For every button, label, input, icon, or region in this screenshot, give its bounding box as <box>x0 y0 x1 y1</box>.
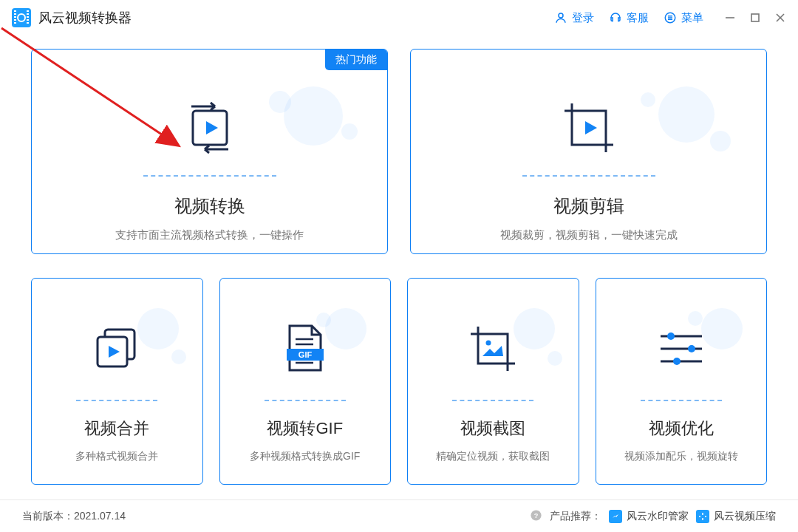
card-desc: 多种视频格式转换成GIF <box>250 450 360 463</box>
svg-marker-11 <box>585 121 597 134</box>
svg-point-25 <box>688 345 695 352</box>
card-video-edit[interactable]: 视频剪辑 视频裁剪，视频剪辑，一键快速完成 <box>410 49 767 254</box>
close-button[interactable] <box>774 12 786 24</box>
login-label: 登录 <box>572 11 594 25</box>
svg-point-20 <box>486 341 491 346</box>
card-video-optimize[interactable]: 视频优化 视频添加配乐，视频旋转 <box>596 278 768 485</box>
divider <box>452 400 533 401</box>
product-link-compress[interactable]: 风云视频压缩 <box>696 510 776 523</box>
menu-button[interactable]: 菜单 <box>664 11 703 25</box>
maximize-icon <box>750 13 760 23</box>
svg-point-24 <box>667 332 675 340</box>
close-icon <box>775 13 785 23</box>
main-content: 热门功能 视频转换 支持市面主流视频格式转换，一键操作 <box>0 35 798 485</box>
menu-label: 菜单 <box>681 11 703 25</box>
card-video-convert[interactable]: 热门功能 视频转换 支持市面主流视频格式转换，一键操作 <box>31 49 388 254</box>
card-video-gif[interactable]: GIF 视频转GIF 多种视频格式转换成GIF <box>219 278 392 485</box>
hot-badge: 热门功能 <box>325 50 387 70</box>
svg-rect-6 <box>751 14 759 21</box>
product-icon <box>609 510 622 523</box>
menu-icon <box>664 11 677 24</box>
divider <box>522 175 655 177</box>
maximize-button[interactable] <box>749 12 761 24</box>
card-desc: 视频添加配乐，视频旋转 <box>624 450 738 463</box>
svg-point-26 <box>673 358 681 365</box>
product-icon <box>696 510 709 523</box>
footer-bar: 当前版本：2021.07.14 ? 产品推荐： 风云水印管家 风云视频压缩 <box>0 499 798 532</box>
minimize-button[interactable] <box>724 12 736 24</box>
card-video-screenshot[interactable]: 视频截图 精确定位视频，获取截图 <box>407 278 579 485</box>
card-title: 视频截图 <box>460 417 525 440</box>
merge-icon <box>90 322 143 375</box>
card-title: 视频剪辑 <box>553 194 624 218</box>
card-video-merge[interactable]: 视频合并 多种格式视频合并 <box>31 278 203 485</box>
user-icon <box>554 11 567 24</box>
product-link-watermark[interactable]: 风云水印管家 <box>609 510 689 523</box>
card-title: 视频合并 <box>84 417 149 440</box>
convert-icon <box>181 99 239 157</box>
recommend-label: 产品推荐： <box>550 510 601 523</box>
app-title: 风云视频转换器 <box>38 9 132 27</box>
svg-marker-10 <box>206 121 218 134</box>
card-title: 视频转GIF <box>267 417 343 440</box>
svg-text:?: ? <box>534 512 539 519</box>
divider <box>265 400 346 401</box>
sliders-icon <box>655 326 708 372</box>
login-button[interactable]: 登录 <box>554 11 594 25</box>
gif-file-icon: GIF <box>281 321 330 376</box>
divider <box>76 400 157 401</box>
card-title: 视频优化 <box>649 417 714 440</box>
card-desc: 视频裁剪，视频剪辑，一键快速完成 <box>500 228 678 242</box>
divider <box>143 175 276 177</box>
app-logo-icon <box>12 8 31 27</box>
card-desc: 多种格式视频合并 <box>75 450 158 463</box>
minimize-icon <box>725 13 735 23</box>
card-title: 视频转换 <box>174 194 245 218</box>
divider <box>641 400 722 401</box>
svg-point-0 <box>559 13 563 18</box>
support-button[interactable]: 客服 <box>609 11 649 25</box>
crop-icon <box>557 96 621 160</box>
svg-text:GIF: GIF <box>299 350 313 359</box>
headset-icon <box>609 11 622 24</box>
help-icon[interactable]: ? <box>530 509 542 524</box>
screenshot-icon <box>465 321 521 377</box>
card-desc: 支持市面主流视频格式转换，一键操作 <box>115 228 304 242</box>
version-text: 当前版本：2021.07.14 <box>22 510 126 523</box>
support-label: 客服 <box>627 11 649 25</box>
title-bar: 风云视频转换器 登录 客服 菜单 <box>0 0 798 35</box>
card-desc: 精确定位视频，获取截图 <box>436 450 550 463</box>
